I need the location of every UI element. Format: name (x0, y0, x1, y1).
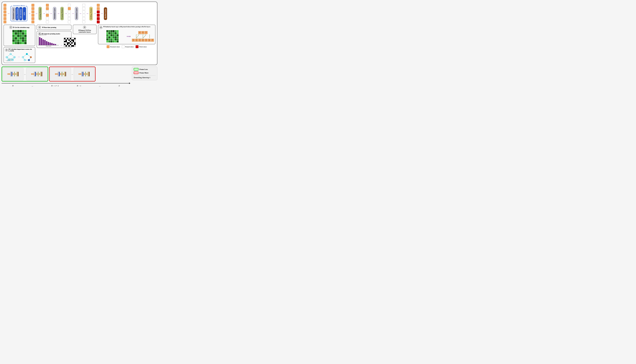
attn-cell (22, 30, 24, 32)
attn-cell (22, 42, 24, 44)
attn-cell (20, 42, 22, 44)
legend-filled-box (136, 45, 139, 48)
mask-cell (67, 45, 68, 46)
cross-attention-layer: Cross-Attention (16, 7, 19, 20)
mask-cell (66, 45, 67, 46)
mask-cell (66, 40, 67, 41)
arrow-12: → (100, 12, 103, 15)
graph-area: Strong Weak Graph Signal → (5, 52, 34, 61)
label-zero: 0 (119, 85, 120, 87)
step5-label: ⑤ Repeat ①-④ for consecutive layers (74, 30, 95, 33)
prune-more-label: Prune More (139, 72, 149, 74)
bar (41, 38, 42, 45)
attn-cell (13, 37, 15, 40)
sim-attn-cell (111, 40, 112, 42)
mask-cell (67, 40, 68, 41)
sim-attn-cell (117, 36, 119, 38)
legend-row: Retained token Pruned token Filled token (98, 45, 156, 48)
bar (46, 41, 47, 45)
sim-attn-cell (117, 34, 119, 36)
token-box (32, 20, 34, 23)
graph-before: Strong Weak Graph Signal (5, 52, 16, 61)
sim-attn-cell (117, 40, 119, 42)
attn-cell (20, 32, 22, 35)
token-box (32, 4, 34, 7)
mask-cell (74, 40, 76, 41)
mask-cell (70, 41, 71, 42)
mask-cell (67, 38, 68, 40)
token-box-dashed (82, 7, 85, 10)
token-box-dashed (46, 17, 49, 20)
sim-attn-cell (115, 34, 117, 36)
attn-cell (22, 37, 24, 40)
mask-cell (68, 38, 70, 40)
bar (48, 42, 49, 45)
mask-cell (68, 40, 70, 41)
timeline-axis (2, 82, 130, 84)
token-box (97, 4, 100, 7)
mask-cell (64, 42, 66, 44)
sim-attn-cell (108, 34, 110, 36)
graph-after (21, 52, 33, 61)
mask-cell (73, 40, 74, 41)
sim-attn-cell (113, 30, 115, 32)
mask-cell (67, 44, 68, 45)
sim-attn-cell (108, 36, 110, 38)
mask-cell (73, 45, 74, 46)
legend-filled: Filled token (136, 45, 147, 48)
attn-cell (17, 35, 20, 37)
mask-cell (66, 41, 67, 42)
attn-cell (17, 37, 20, 40)
bottom-legend: Prune Less Prune More Denoising timestep… (132, 66, 157, 80)
mini-diagram-3 (50, 68, 71, 80)
token-box-dashed (68, 14, 71, 17)
attn-cell (15, 37, 17, 40)
attn-cell (20, 35, 22, 37)
token-box (4, 4, 6, 7)
step1-num: ① (9, 26, 12, 29)
legend-pruned-label: Pruned token (125, 46, 134, 48)
mask-cell (71, 42, 73, 44)
mask-cell (68, 41, 70, 42)
token-box-dashed (82, 17, 85, 20)
svg-line-26 (136, 34, 139, 38)
sim-attn-cell (113, 32, 115, 34)
sim-attn-cell (115, 32, 117, 34)
prune-more-color (134, 72, 139, 74)
attn-cell (15, 40, 17, 42)
attention-inner: Attention Layer Cross-Attention Self-Att… (12, 7, 26, 20)
token-box (4, 17, 6, 20)
legend-pruned: Pruned token (122, 45, 134, 48)
attn-cell (15, 42, 17, 44)
sim-attn-cell (106, 40, 108, 42)
pipeline-row: → Attention Block Attention Layer Cross-… (4, 4, 156, 23)
attn-cell (24, 40, 27, 42)
attention-layer-3: Attention Layer (75, 7, 78, 20)
attention-layer-2: Attention Layer (53, 7, 56, 20)
arrow-10: → (86, 12, 89, 15)
step2-label: ② Calculate importance scores via G-WPR (9, 48, 34, 52)
legend-filled-label: Filled token (139, 46, 147, 48)
attn-cell (22, 32, 24, 35)
step6-box: ⑥ ⑥ Similarity-based copy to fill pruned… (98, 25, 156, 44)
step5-box: ⑤ ⑤ Repeat ①-④ for consecutive layers (73, 25, 97, 34)
arrow-5: → (50, 12, 52, 15)
mask-cell (74, 42, 76, 44)
mask-cell (73, 38, 74, 40)
legend-retained-label: Retained token (110, 46, 120, 48)
token-box (46, 7, 49, 10)
mask-cell (64, 38, 66, 40)
mask-cell (74, 41, 76, 42)
attn-cell (15, 32, 17, 35)
token-box-dashed (68, 4, 71, 7)
token-box (68, 7, 71, 10)
sim-attn-cell (106, 38, 108, 40)
mask-cell (70, 44, 71, 45)
token-box-filled (97, 17, 100, 20)
attn-cell (22, 35, 24, 37)
svg-line-22 (23, 57, 25, 60)
mask-cell (64, 44, 66, 45)
arrow-2: → (28, 12, 31, 15)
mask-cell (70, 38, 71, 40)
sim-attn-cell (115, 40, 117, 42)
